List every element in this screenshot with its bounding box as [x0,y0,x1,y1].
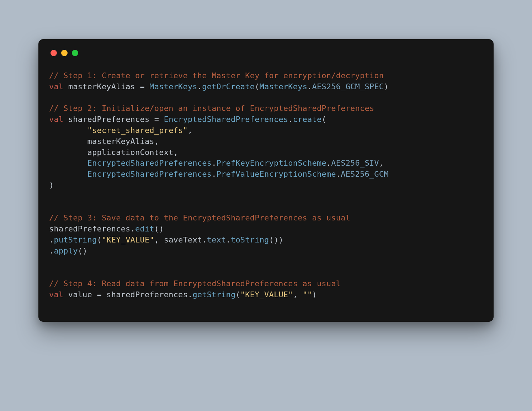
token-type: PrefValueEncryptionScheme [217,170,336,178]
token-prop: text [207,235,226,244]
token-punct: . [212,170,216,178]
token-method: toString [231,235,269,244]
token-string: "secret_shared_prefs" [87,126,188,135]
code-line [49,267,483,278]
code-line: EncryptedSharedPreferences.PrefKeyEncryp… [49,158,483,169]
token-punct: , [154,235,164,244]
token-method: getOrCreate [202,82,255,91]
token-punct: . [202,235,207,244]
code-line [49,92,483,103]
token-type: MasterKeys [149,82,197,91]
token-punct: , [293,290,303,299]
token-method: apply [54,246,78,255]
minimize-icon[interactable] [61,50,68,56]
token-comment: // Step 2: Initialize/open an instance o… [49,104,374,113]
token-method: create [293,115,322,124]
token-punct: ( [321,115,326,124]
token-punct: ) [384,82,388,91]
token-punct: ( [255,82,259,91]
token-ident: sharedPreferences [106,290,188,299]
token-punct: . [131,224,135,233]
token-type: EncryptedSharedPreferences [87,159,212,167]
code-line: "secret_shared_prefs", [49,125,483,136]
token-type: EncryptedSharedPreferences [87,170,212,178]
token-comment: // Step 4: Read data from EncryptedShare… [49,279,341,288]
code-line: // Step 3: Save data to the EncryptedSha… [49,213,483,224]
code-line: // Step 2: Initialize/open an instance o… [49,103,483,114]
token-type: EncryptedSharedPreferences [164,115,288,124]
window-controls [50,50,483,56]
token-punct: () [78,246,87,255]
token-ident: applicationContext [49,148,174,157]
token-const: AES256_SIV [331,159,379,167]
token-ident [49,159,87,167]
token-punct: , [379,159,384,167]
token-punct: = [140,82,149,91]
code-content: // Step 1: Create or retrieve the Master… [49,70,483,300]
code-line: .putString("KEY_VALUE", saveText.text.to… [49,235,483,246]
token-punct: , [188,126,192,135]
code-line: val sharedPreferences = EncryptedSharedP… [49,114,483,125]
token-ident: sharedPreferences [63,115,154,124]
token-punct: ( [235,290,240,299]
token-punct: () [154,224,164,233]
token-punct: . [49,246,54,255]
token-punct: . [212,159,216,167]
token-keyword: val [49,290,63,299]
token-ident: saveText [164,235,202,244]
token-punct: = [97,290,106,299]
close-icon[interactable] [50,50,57,56]
token-punct: . [49,235,54,244]
token-string: "" [303,290,312,299]
token-type: MasterKeys [260,82,307,91]
token-punct: ()) [269,235,283,244]
token-punct: ( [97,235,101,244]
token-string: "KEY_VALUE" [240,290,293,299]
token-punct: . [336,170,341,178]
code-line [49,191,483,202]
token-punct: . [307,82,312,91]
token-punct: , [154,137,159,146]
code-line: masterKeyAlias, [49,136,483,147]
token-ident: masterKeyAlias [49,137,154,146]
token-ident [49,170,87,178]
token-method: putString [54,235,97,244]
code-line [49,257,483,268]
code-line: applicationContext, [49,147,483,158]
token-ident: masterKeyAlias [63,82,140,91]
code-line: // Step 4: Read data from EncryptedShare… [49,278,483,289]
token-punct: ) [312,290,317,299]
code-line: .apply() [49,246,483,257]
maximize-icon[interactable] [72,50,78,56]
code-line: // Step 1: Create or retrieve the Master… [49,70,483,81]
token-method: edit [135,224,154,233]
code-line: val value = sharedPreferences.getString(… [49,289,483,300]
code-line: sharedPreferences.edit() [49,224,483,235]
code-line: ) [49,180,483,191]
token-keyword: val [49,115,63,124]
token-const: AES256_GCM [341,170,388,178]
token-punct: . [226,235,231,244]
token-punct: . [288,115,293,124]
code-window: // Step 1: Create or retrieve the Master… [38,39,494,322]
token-ident: value [63,290,97,299]
token-string: "KEY_VALUE" [102,235,154,244]
token-punct: . [326,159,331,167]
token-type: PrefKeyEncryptionScheme [217,159,326,167]
token-punct: . [188,290,192,299]
code-line: val masterKeyAlias = MasterKeys.getOrCre… [49,81,483,92]
token-method: getString [192,290,235,299]
token-punct: ) [49,181,54,190]
token-punct: . [197,82,202,91]
token-keyword: val [49,82,63,91]
token-punct: = [154,115,164,124]
code-line: EncryptedSharedPreferences.PrefValueEncr… [49,169,483,180]
token-comment: // Step 1: Create or retrieve the Master… [49,71,384,80]
token-comment: // Step 3: Save data to the EncryptedSha… [49,213,350,222]
token-ident: sharedPreferences [49,224,131,233]
code-line [49,202,483,213]
token-ident [49,126,87,135]
token-const: AES256_GCM_SPEC [312,82,384,91]
token-punct: , [174,148,178,157]
